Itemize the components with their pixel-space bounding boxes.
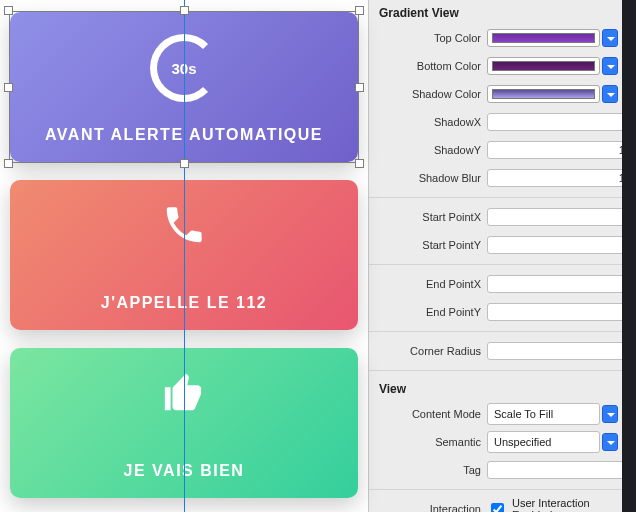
label-shadowy: ShadowY: [383, 144, 487, 156]
label-startx: Start PointX: [383, 211, 487, 223]
right-gutter: [622, 0, 636, 512]
content-mode-menu[interactable]: [602, 405, 618, 423]
starty-field[interactable]: [487, 236, 622, 254]
alignment-guide-icon: [184, 0, 185, 512]
user-interaction-checkbox[interactable]: User Interaction Enabled: [487, 497, 618, 512]
label-shadow-color: Shadow Color: [383, 88, 487, 100]
endy-field[interactable]: [487, 303, 622, 321]
shadow-color-menu[interactable]: [602, 85, 618, 103]
label-top-color: Top Color: [383, 32, 487, 44]
shadow-color-well[interactable]: [487, 85, 600, 103]
label-starty: Start PointY: [383, 239, 487, 251]
label-endy: End PointY: [383, 306, 487, 318]
label-bottom-color: Bottom Color: [383, 60, 487, 72]
section-view: View: [369, 376, 622, 400]
label-semantic: Semantic: [383, 436, 487, 448]
semantic-menu[interactable]: [602, 433, 618, 451]
corner-radius-field[interactable]: [487, 342, 622, 360]
label-tag: Tag: [383, 464, 487, 476]
label-corner-radius: Corner Radius: [383, 345, 487, 357]
shadowblur-field[interactable]: [487, 169, 622, 187]
label-interaction: Interaction: [383, 503, 487, 512]
top-color-menu[interactable]: [602, 29, 618, 47]
shadowx-field[interactable]: [487, 113, 622, 131]
label-shadowx: ShadowX: [383, 116, 487, 128]
startx-field[interactable]: [487, 208, 622, 226]
endx-field[interactable]: [487, 275, 622, 293]
content-mode-select[interactable]: Scale To Fill: [487, 403, 600, 425]
inspector-panel[interactable]: Gradient View Top Color Bottom Color Sha…: [368, 0, 622, 512]
label-content-mode: Content Mode: [383, 408, 487, 420]
label-shadowblur: Shadow Blur: [383, 172, 487, 184]
shadowy-field[interactable]: [487, 141, 622, 159]
tag-field[interactable]: [487, 461, 622, 479]
semantic-select[interactable]: Unspecified: [487, 431, 600, 453]
bottom-color-menu[interactable]: [602, 57, 618, 75]
bottom-color-well[interactable]: [487, 57, 600, 75]
design-canvas[interactable]: 30s AVANT ALERTE AUTOMATIQUE J'APPELLE L…: [0, 0, 368, 512]
section-gradient-view: Gradient View: [369, 0, 622, 24]
top-color-well[interactable]: [487, 29, 600, 47]
label-endx: End PointX: [383, 278, 487, 290]
